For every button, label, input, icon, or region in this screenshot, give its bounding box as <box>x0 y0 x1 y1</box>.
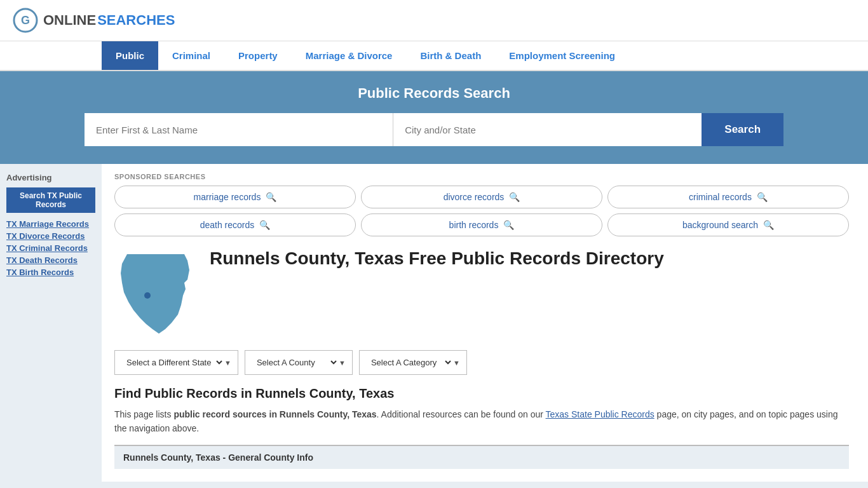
location-input[interactable] <box>393 113 702 146</box>
pill-criminal-records[interactable]: criminal records 🔍 <box>607 186 849 208</box>
search-icon: 🔍 <box>503 220 514 230</box>
pill-divorce-records[interactable]: divorce records 🔍 <box>361 186 602 208</box>
county-title-area: Runnels County, Texas Free Public Record… <box>210 248 664 339</box>
county-title: Runnels County, Texas Free Public Record… <box>210 248 664 269</box>
sidebar-link-criminal[interactable]: TX Criminal Records <box>6 243 95 253</box>
sidebar-link-marriage[interactable]: TX Marriage Records <box>6 219 95 229</box>
sidebar-link-birth[interactable]: TX Birth Records <box>6 268 95 277</box>
site-header: G ONLINE SEARCHES <box>0 0 868 41</box>
bold-text: public record sources in Runnels County,… <box>173 409 376 419</box>
county-section: Runnels County, Texas Free Public Record… <box>114 248 849 339</box>
sidebar: Advertising Search TX Public Records TX … <box>0 164 102 482</box>
svg-point-2 <box>144 292 151 299</box>
nav-property[interactable]: Property <box>224 41 292 70</box>
logo-icon: G <box>13 8 38 33</box>
svg-text:G: G <box>21 14 30 27</box>
pill-marriage-records[interactable]: marriage records 🔍 <box>114 186 356 208</box>
pill-background-search[interactable]: background search 🔍 <box>607 214 849 236</box>
dropdowns-row: Select a Different State ▼ Select A Coun… <box>114 350 849 375</box>
search-form: Search <box>85 113 783 146</box>
chevron-down-icon: ▼ <box>224 359 231 367</box>
search-banner-title: Public Records Search <box>25 85 843 102</box>
sidebar-link-divorce[interactable]: TX Divorce Records <box>6 231 95 241</box>
texas-shape <box>121 254 189 334</box>
nav-birth-death[interactable]: Birth & Death <box>406 41 495 70</box>
sidebar-link-death[interactable]: TX Death Records <box>6 255 95 265</box>
search-icon: 🔍 <box>509 192 520 202</box>
logo-text: ONLINE SEARCHES <box>43 12 175 29</box>
find-records-text: This page lists public record sources in… <box>114 407 849 436</box>
logo-online-text: ONLINE <box>43 12 96 29</box>
advertising-label: Advertising <box>6 173 95 182</box>
county-dropdown[interactable]: Select A County <box>252 351 339 374</box>
pill-death-records[interactable]: death records 🔍 <box>114 214 356 236</box>
logo-searches-text: SEARCHES <box>97 12 175 29</box>
search-icon: 🔍 <box>757 192 768 202</box>
nav-marriage-divorce[interactable]: Marriage & Divorce <box>292 41 407 70</box>
state-dropdown[interactable]: Select a Different State <box>121 351 224 374</box>
category-dropdown-wrapper[interactable]: Select A Category ▼ <box>359 350 467 375</box>
search-banner: Public Records Search Search <box>0 71 868 164</box>
search-icon: 🔍 <box>266 192 276 202</box>
logo[interactable]: G ONLINE SEARCHES <box>13 8 175 33</box>
main-area: Advertising Search TX Public Records TX … <box>0 164 868 482</box>
search-icon: 🔍 <box>763 220 774 230</box>
chevron-down-icon: ▼ <box>339 359 346 367</box>
nav-employment[interactable]: Employment Screening <box>495 41 629 70</box>
main-nav: Public Criminal Property Marriage & Divo… <box>0 41 868 71</box>
chevron-down-icon: ▼ <box>453 359 460 367</box>
general-info-bar: Runnels County, Texas - General County I… <box>114 445 849 469</box>
search-icon: 🔍 <box>259 220 270 230</box>
county-dropdown-wrapper[interactable]: Select A County ▼ <box>245 350 353 375</box>
page-content: SPONSORED SEARCHES marriage records 🔍 di… <box>102 164 868 482</box>
search-button[interactable]: Search <box>702 113 783 146</box>
name-input[interactable] <box>85 113 393 146</box>
sponsored-pills: marriage records 🔍 divorce records 🔍 cri… <box>114 186 849 236</box>
find-records-title: Find Public Records in Runnels County, T… <box>114 386 849 401</box>
sponsored-label: SPONSORED SEARCHES <box>114 173 849 180</box>
category-dropdown[interactable]: Select A Category <box>366 351 453 374</box>
nav-criminal[interactable]: Criminal <box>158 41 224 70</box>
texas-state-link[interactable]: Texas State Public Records <box>546 409 654 419</box>
pill-birth-records[interactable]: birth records 🔍 <box>361 214 602 236</box>
nav-public[interactable]: Public <box>102 41 158 70</box>
texas-map <box>114 248 197 339</box>
state-dropdown-wrapper[interactable]: Select a Different State ▼ <box>114 350 238 375</box>
ad-button[interactable]: Search TX Public Records <box>6 187 95 213</box>
